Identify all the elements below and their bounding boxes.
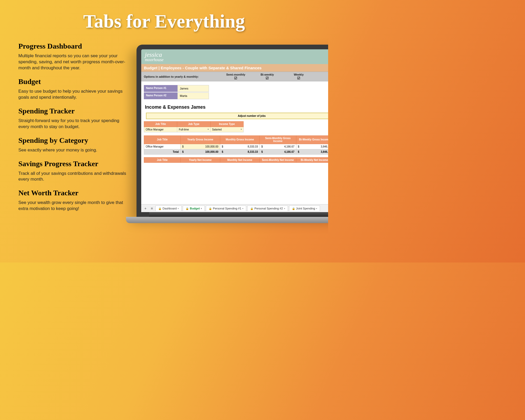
gross-income-table: Job Title Yearly Gross Income Monthly Gr… xyxy=(144,135,328,155)
name-person2-input[interactable]: Marta xyxy=(177,92,209,99)
feature-desc: See exactly where your money is going. xyxy=(18,147,131,153)
job-details-table: Job Title Job Type Income Type Office Ma… xyxy=(144,121,244,132)
total-cell: 8,333.33 xyxy=(220,149,260,154)
lock-icon: 🔒 xyxy=(158,207,161,210)
feature-desc: Easy to use budget to help you achieve y… xyxy=(18,88,131,101)
job-type-header: Job Type xyxy=(177,122,210,127)
add-sheet-button[interactable]: + xyxy=(143,206,148,211)
feature-item: Budget Easy to use budget to help you ac… xyxy=(18,77,131,101)
section-title: Income & Expenses James xyxy=(141,102,328,112)
col-header: Yearly Net Income xyxy=(181,157,220,163)
col-header: Job Title xyxy=(144,135,181,144)
feature-title: Progress Dashboard xyxy=(18,42,131,50)
income-type-header: Income Type xyxy=(210,122,243,127)
cell[interactable]: 100,000.00 xyxy=(181,144,220,149)
dropdown-icon[interactable]: ▾ xyxy=(241,128,242,130)
job-title-cell[interactable]: Office Manager xyxy=(144,127,177,132)
col-header: Semi-Monthly Net Income xyxy=(260,157,296,163)
spreadsheet-screen: jessica moorhouse Budget | Employees - C… xyxy=(141,49,328,212)
feature-title: Savings Progress Tracker xyxy=(18,160,131,168)
option-semimonthly[interactable]: Semi-monthly☑ xyxy=(220,73,251,80)
tab-dashboard[interactable]: 🔒Dashboard▾ xyxy=(155,206,182,211)
laptop-base xyxy=(126,217,328,223)
laptop-keyboard xyxy=(149,212,328,217)
feature-desc: Straight-forward way for you to track yo… xyxy=(18,118,131,130)
dropdown-icon[interactable]: ▾ xyxy=(201,207,202,210)
features-list: Progress Dashboard Multiple financial re… xyxy=(18,42,131,218)
option-weekly[interactable]: Weekly☑ xyxy=(283,73,314,80)
options-label: Options in addition to yearly & monthly: xyxy=(144,75,220,78)
job-title-header: Job Title xyxy=(144,122,177,127)
total-cell: 4,166.67 xyxy=(260,149,296,154)
col-header: Yearly Gross Income xyxy=(181,135,220,144)
tab-personal-spending-1[interactable]: 🔒Personal Spending #1▾ xyxy=(206,206,246,211)
total-cell: 3,846.15 xyxy=(296,149,328,154)
cell[interactable]: 4,166.67 xyxy=(260,144,296,149)
income-type-cell[interactable]: Salaried▾ xyxy=(210,127,243,132)
option-biweekly[interactable]: Bi-weekly☑ xyxy=(251,73,283,80)
sheet-title: Budget | Employees - Couple with Separat… xyxy=(141,64,328,72)
all-sheets-button[interactable]: ≡ xyxy=(149,206,154,211)
cell[interactable]: 3,846.15 xyxy=(296,144,328,149)
feature-desc: Track all of your savings contributions … xyxy=(18,171,131,183)
brand-bar: jessica moorhouse xyxy=(141,49,328,64)
feature-item: Savings Progress Tracker Track all of yo… xyxy=(18,160,131,183)
adjust-jobs-button[interactable]: Adjust number of jobs xyxy=(146,113,328,119)
checkbox-icon[interactable]: ☑ xyxy=(220,76,251,80)
total-cell: 100,000.00 xyxy=(181,149,220,154)
feature-item: Net Worth Tracker See your wealth grow e… xyxy=(18,189,131,212)
col-header: Job Title xyxy=(144,157,181,163)
cell[interactable]: Office Manager xyxy=(144,144,181,149)
cell[interactable]: 8,333.33 xyxy=(220,144,260,149)
net-income-table: Job Title Yearly Net Income Monthly Net … xyxy=(144,157,328,163)
col-header: Semi-Monthly Gross Income xyxy=(260,135,296,144)
feature-desc: See your wealth grow every single month … xyxy=(18,200,131,212)
col-header: Monthly Net Income xyxy=(220,157,260,163)
checkbox-icon[interactable]: ☑ xyxy=(283,76,314,80)
tab-budget[interactable]: 🔒Budget▾ xyxy=(183,206,205,211)
dropdown-icon[interactable]: ▾ xyxy=(316,207,317,210)
dropdown-icon[interactable]: ▾ xyxy=(178,207,179,210)
name-person1-input[interactable]: James xyxy=(177,85,209,92)
dropdown-icon[interactable]: ▾ xyxy=(242,207,243,210)
feature-item: Progress Dashboard Multiple financial re… xyxy=(18,42,131,71)
lock-icon: 🔒 xyxy=(292,207,295,210)
col-header: Bi-Weekly Net Income xyxy=(296,157,328,163)
sheet-tabs-bar: + ≡ 🔒Dashboard▾ 🔒Budget▾ 🔒Personal Spend… xyxy=(141,204,328,212)
options-row: Options in addition to yearly & monthly:… xyxy=(141,72,328,81)
laptop-mockup: jessica moorhouse Budget | Employees - C… xyxy=(136,45,328,223)
dropdown-icon[interactable]: ▾ xyxy=(208,128,209,130)
feature-title: Spending Tracker xyxy=(18,107,131,115)
dropdown-icon[interactable]: ▾ xyxy=(284,207,285,210)
brand-first: jessica xyxy=(145,51,328,58)
tab-personal-spending-2[interactable]: 🔒Personal Spending #2▾ xyxy=(247,206,288,211)
lock-icon: 🔒 xyxy=(250,207,253,210)
feature-title: Budget xyxy=(18,77,131,86)
col-header: Monthly Gross Income xyxy=(220,135,260,144)
lock-icon: 🔒 xyxy=(186,207,189,210)
name-block: Name Person #1 James Name Person #2 Mart… xyxy=(141,81,328,102)
feature-desc: Multiple financial reports so you can se… xyxy=(18,53,131,71)
feature-title: Net Worth Tracker xyxy=(18,189,131,197)
laptop-frame: jessica moorhouse Budget | Employees - C… xyxy=(136,45,328,217)
feature-item: Spending by Category See exactly where y… xyxy=(18,136,131,153)
brand-last: moorhouse xyxy=(145,58,328,62)
tab-joint-spending[interactable]: 🔒Joint Spending▾ xyxy=(289,206,320,211)
lock-icon: 🔒 xyxy=(209,207,212,210)
name-person2-label: Name Person #2 xyxy=(144,92,177,99)
feature-title: Spending by Category xyxy=(18,136,131,145)
checkbox-icon[interactable]: ☑ xyxy=(251,76,283,80)
job-type-cell[interactable]: Full-time▾ xyxy=(177,127,210,132)
feature-item: Spending Tracker Straight-forward way fo… xyxy=(18,107,131,130)
col-header: Bi-Weekly Gross Income xyxy=(296,135,328,144)
total-label: Total xyxy=(144,149,181,154)
hero-title: Tabs for Everything xyxy=(0,0,328,32)
name-person1-label: Name Person #1 xyxy=(144,85,177,92)
